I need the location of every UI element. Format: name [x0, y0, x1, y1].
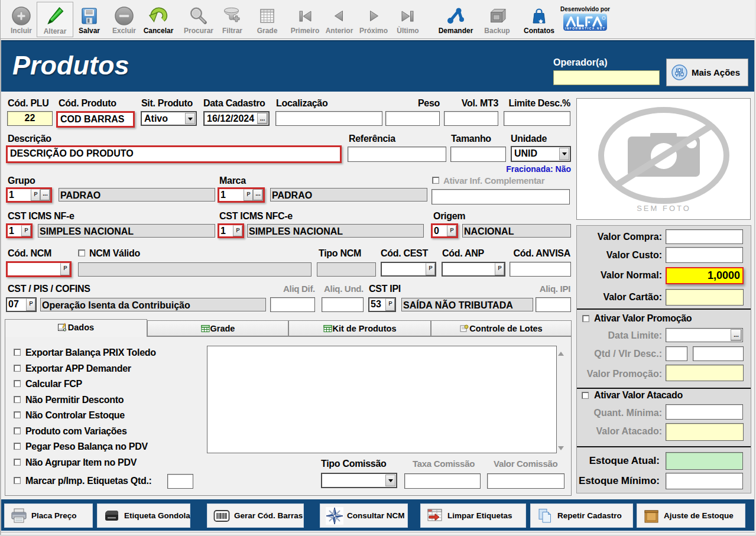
svg-text:INFORMÁTICA.NET: INFORMÁTICA.NET: [565, 27, 606, 30]
svg-text:SEM FOTO: SEM FOTO: [637, 204, 691, 213]
